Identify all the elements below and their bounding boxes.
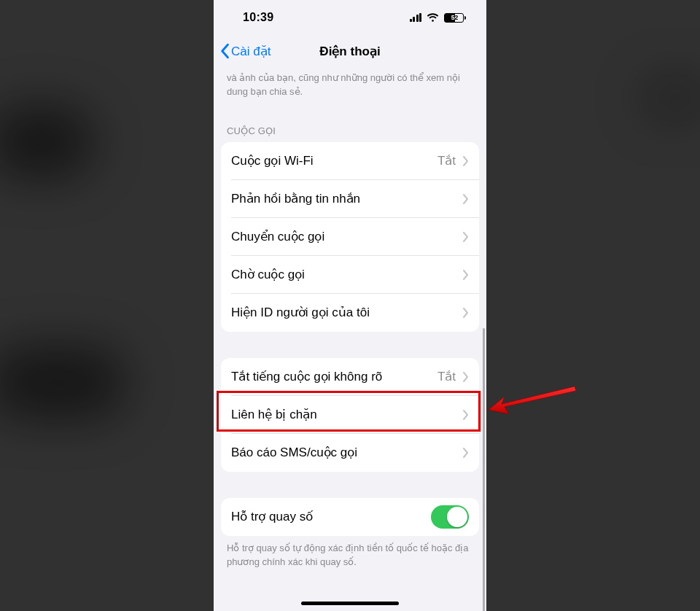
row-blocked-contacts[interactable]: Liên hệ bị chặn	[221, 396, 479, 434]
back-button[interactable]: Cài đặt	[214, 43, 271, 59]
status-icons: 52	[410, 13, 467, 23]
chevron-right-icon	[463, 372, 469, 382]
row-label: Chuyển cuộc gọi	[231, 229, 463, 244]
back-label: Cài đặt	[231, 44, 271, 59]
row-label: Cuộc gọi Wi-Fi	[231, 153, 438, 168]
chevron-right-icon	[463, 410, 469, 420]
chevron-right-icon	[463, 448, 469, 458]
chevron-right-icon	[463, 194, 469, 204]
group-dial-assist: Hỗ trợ quay số	[221, 498, 479, 536]
row-value: Tắt	[438, 369, 456, 384]
row-report-sms-call[interactable]: Báo cáo SMS/cuộc gọi	[221, 434, 479, 472]
row-silence-unknown[interactable]: Tắt tiếng cuộc gọi không rõ Tắt	[221, 358, 479, 396]
scroll-indicator[interactable]	[483, 328, 485, 611]
row-call-waiting[interactable]: Chờ cuộc gọi	[221, 256, 479, 294]
row-label: Tắt tiếng cuộc gọi không rõ	[231, 369, 438, 384]
row-label: Liên hệ bị chặn	[231, 407, 463, 422]
status-time: 10:39	[243, 11, 273, 24]
row-value: Tắt	[438, 153, 456, 168]
row-dial-assist[interactable]: Hỗ trợ quay số	[221, 498, 479, 536]
dial-assist-toggle[interactable]	[431, 505, 469, 529]
row-label: Hiện ID người gọi của tôi	[231, 305, 463, 320]
status-bar: 10:39 52	[214, 0, 486, 35]
row-caller-id[interactable]: Hiện ID người gọi của tôi	[221, 294, 479, 332]
group-blocking: Tắt tiếng cuộc gọi không rõ Tắt Liên hệ …	[221, 358, 479, 472]
row-label: Báo cáo SMS/cuộc gọi	[231, 445, 463, 460]
row-respond-with-text[interactable]: Phản hồi bằng tin nhắn	[221, 180, 479, 218]
group-calls: Cuộc gọi Wi-Fi Tắt Phản hồi bằng tin nhắ…	[221, 142, 479, 332]
dial-assist-footer: Hỗ trợ quay số tự động xác định tiền tố …	[214, 536, 486, 574]
phone-screen: 10:39 52 Cài đặt Điện thoại và ảnh của b…	[214, 0, 486, 611]
chevron-right-icon	[463, 270, 469, 280]
cellular-signal-icon	[410, 13, 422, 22]
home-indicator[interactable]	[301, 602, 399, 605]
section-header-calls: CUỘC GỌI	[214, 105, 486, 142]
row-wifi-calling[interactable]: Cuộc gọi Wi-Fi Tắt	[221, 142, 479, 180]
chevron-left-icon	[219, 43, 230, 59]
settings-content[interactable]: và ảnh của bạn, cũng như những người có …	[214, 67, 486, 611]
battery-icon: 52	[444, 13, 466, 23]
chevron-right-icon	[463, 232, 469, 242]
row-label: Phản hồi bằng tin nhắn	[231, 191, 463, 206]
nav-bar: Cài đặt Điện thoại	[214, 35, 486, 67]
row-call-forwarding[interactable]: Chuyển cuộc gọi	[221, 218, 479, 256]
row-label: Chờ cuộc gọi	[231, 267, 463, 282]
chevron-right-icon	[463, 308, 469, 318]
chevron-right-icon	[463, 156, 469, 166]
wifi-icon	[427, 13, 439, 23]
row-label: Hỗ trợ quay số	[231, 509, 431, 524]
intro-description: và ảnh của bạn, cũng như những người có …	[214, 67, 486, 105]
